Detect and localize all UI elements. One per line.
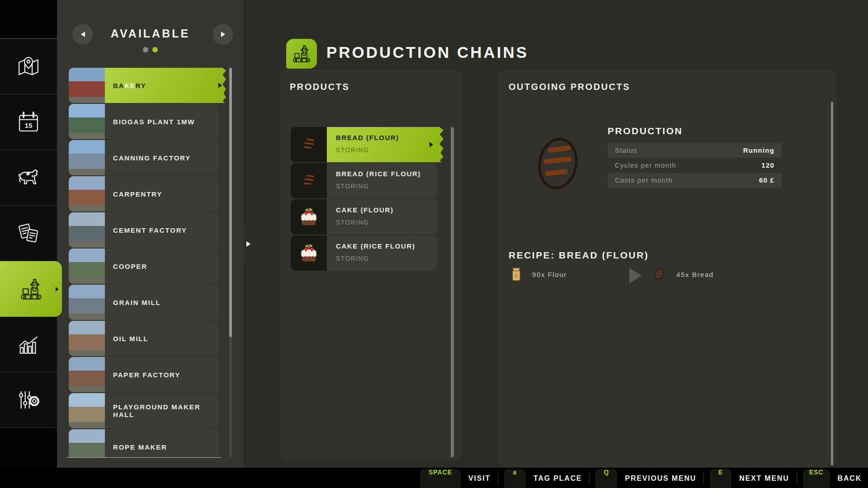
action-label: VISIT (468, 474, 491, 483)
product-label: CAKE (FLOUR) (336, 206, 437, 214)
key-label: SPACE (421, 469, 460, 476)
building-list-item[interactable]: PAPER FACTORY (69, 357, 219, 392)
building-list-item[interactable]: BAKERY (69, 68, 226, 103)
product-list-item[interactable]: BREAD (RICE FLOUR) STORING (291, 163, 437, 198)
row-value: 120 (761, 161, 774, 169)
label-text: KE (124, 82, 135, 89)
product-icon (297, 133, 321, 156)
page-next-button[interactable] (212, 24, 233, 45)
icon-sidebar (0, 0, 57, 488)
building-thumbnail (69, 140, 105, 175)
building-label: GRAIN MILL (113, 299, 161, 306)
building-list-item[interactable]: COOPER (69, 249, 219, 284)
building-list-item[interactable]: BIOGAS PLANT 1MW (69, 104, 219, 139)
page-dot-1[interactable] (143, 47, 148, 52)
list-bottom-divider (66, 457, 221, 458)
keycap: ESC (803, 469, 830, 488)
action-label: TAG PLACE (533, 474, 582, 483)
recipe-input-text: 90x Flour (532, 271, 567, 278)
production-table: Status Running Cycles per month 120 Cost… (608, 143, 782, 188)
product-list-item[interactable]: CAKE (FLOUR) STORING (291, 199, 437, 235)
products-scrollbar[interactable] (451, 127, 454, 457)
buildings-scrollbar[interactable] (229, 68, 232, 457)
building-thumbnail (69, 212, 105, 248)
building-list-item[interactable]: ROPE MAKER (69, 429, 219, 457)
building-label: PLAYGROUND MAKER HALL (113, 403, 219, 418)
building-list-item[interactable]: GRAIN MILL (69, 285, 219, 320)
product-status: STORING (336, 255, 437, 262)
table-row: Costs per month 60 £ (608, 173, 782, 188)
key-label: ESC (804, 469, 829, 476)
footer-action-visit[interactable]: SPACE VISIT (420, 468, 491, 488)
action-label: NEXT MENU (739, 474, 789, 483)
recipe-output-text: 45x Bread (676, 271, 714, 278)
sidebar-item-production[interactable] (0, 261, 62, 317)
selected-arrow-icon (218, 83, 222, 88)
footer-action-previous-menu[interactable]: Q PREVIOUS MENU (596, 468, 696, 488)
product-label: CAKE (RICE FLOUR) (336, 242, 437, 250)
page-title: PRODUCTION CHAINS (326, 43, 528, 61)
footer-action-tag-place[interactable]: a TAG PLACE (505, 468, 582, 488)
sidebar-icon (15, 220, 42, 246)
recipe-input-qty: 90x (532, 271, 545, 278)
building-label: PAPER FACTORY (113, 371, 180, 379)
product-list-item[interactable]: CAKE (RICE FLOUR) STORING (291, 235, 437, 271)
product-icon-tile (291, 127, 327, 162)
footer-separator (498, 472, 498, 484)
sidebar-item-statistics[interactable] (0, 317, 57, 372)
sidebar-item-contracts[interactable] (0, 206, 57, 261)
building-label: BAKERY (113, 82, 146, 89)
sidebar-item-calendar[interactable] (0, 94, 57, 150)
building-list-item[interactable]: PLAYGROUND MAKER HALL (69, 393, 219, 428)
building-thumbnail (69, 285, 105, 320)
building-thumbnail (69, 176, 105, 211)
product-list-item[interactable]: BREAD (FLOUR) STORING (291, 127, 437, 162)
building-thumbnail (69, 393, 105, 428)
page-dot-2[interactable] (152, 47, 158, 52)
building-label: BIOGAS PLANT 1MW (113, 118, 195, 126)
footer-action-next-menu[interactable]: E NEXT MENU (710, 468, 789, 488)
building-thumbnail (69, 249, 105, 284)
product-icon-tile (291, 163, 327, 198)
action-label: BACK (838, 474, 862, 483)
building-label: OIL MILL (113, 335, 148, 343)
product-label: BREAD (RICE FLOUR) (336, 170, 437, 178)
active-arrow-icon (56, 287, 59, 291)
product-label: BREAD (FLOUR) (336, 134, 443, 141)
building-thumbnail (69, 321, 105, 356)
sidebar-item-settings[interactable] (0, 372, 57, 428)
table-row: Cycles per month 120 (608, 158, 782, 173)
panel-expander-button[interactable] (242, 225, 254, 263)
footer-action-back[interactable]: ESC BACK (803, 468, 862, 488)
building-thumbnail (69, 429, 105, 457)
row-value: 60 £ (759, 176, 774, 184)
building-list-item[interactable]: OIL MILL (69, 321, 219, 356)
sidebar-item-map[interactable] (0, 39, 57, 94)
footer-separator (703, 472, 704, 484)
buildings-list: BAKERY BIOGAS PLANT 1MW CANNING FACTORY … (69, 68, 227, 457)
footer-separator (589, 472, 590, 484)
building-list-item[interactable]: CEMENT FACTORY (69, 212, 219, 248)
table-row: Status Running (608, 143, 782, 158)
label-text: BA (113, 82, 124, 89)
sidebar-item-animals[interactable] (0, 150, 57, 206)
row-label: Costs per month (615, 176, 673, 184)
building-label: CANNING FACTORY (113, 154, 191, 162)
keycap: Q (596, 469, 617, 488)
building-list-item[interactable]: CANNING FACTORY (69, 140, 219, 175)
row-label: Cycles per month (615, 161, 676, 169)
sidebar-icon (15, 109, 42, 135)
key-label: E (711, 469, 731, 476)
building-list-item[interactable]: CARPENTRY (69, 176, 219, 211)
building-thumbnail (69, 68, 105, 103)
recipe-input-name: Flour (548, 271, 567, 278)
product-status: STORING (336, 219, 437, 226)
product-status: STORING (336, 183, 437, 190)
keycap: SPACE (420, 469, 460, 488)
product-icon-tile (291, 235, 327, 271)
footer-separator (797, 472, 797, 484)
scrollbar-thumb[interactable] (229, 68, 232, 337)
building-thumbnail (69, 357, 105, 392)
product-icon (297, 169, 321, 192)
outgoing-scrollbar[interactable] (831, 102, 833, 465)
